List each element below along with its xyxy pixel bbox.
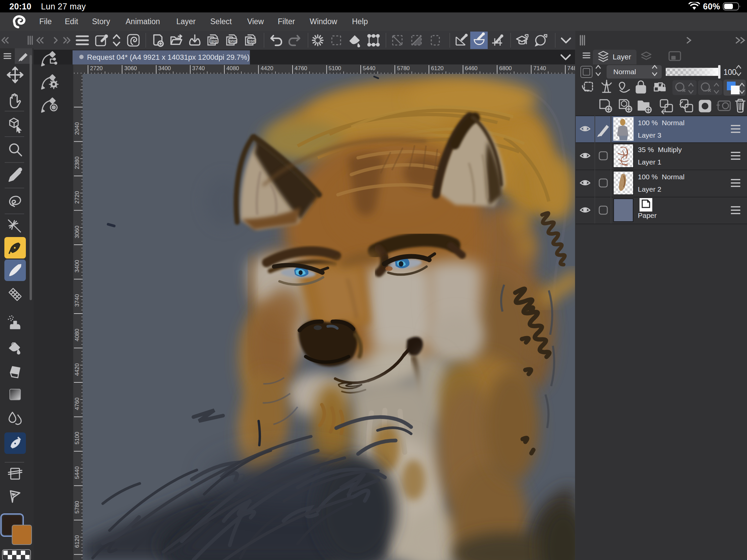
svg-text:4080: 4080 (226, 65, 239, 72)
svg-text:3400: 3400 (74, 260, 80, 273)
svg-text:2720: 2720 (90, 65, 103, 72)
svg-text:5780: 5780 (74, 501, 80, 514)
svg-text:4420: 4420 (261, 65, 274, 72)
svg-text:7480: 7480 (567, 65, 575, 72)
svg-text:4760: 4760 (294, 65, 307, 72)
svg-text:jpg: jpg (211, 38, 217, 43)
svg-text:3740: 3740 (74, 294, 80, 307)
svg-text:5440: 5440 (363, 65, 376, 72)
svg-text:3060: 3060 (74, 225, 80, 238)
svg-text:psd: psd (248, 38, 255, 43)
svg-text:5100: 5100 (74, 432, 80, 445)
svg-text:2720: 2720 (74, 191, 80, 204)
svg-text:5440: 5440 (74, 466, 80, 479)
svg-text:5780: 5780 (397, 65, 410, 72)
svg-text:3740: 3740 (192, 65, 205, 72)
svg-text:2040: 2040 (74, 122, 80, 135)
svg-text:3060: 3060 (124, 65, 137, 72)
svg-text:6460: 6460 (465, 65, 478, 72)
svg-text:6800: 6800 (499, 65, 512, 72)
svg-text:6120: 6120 (431, 65, 444, 72)
svg-text:3400: 3400 (158, 65, 171, 72)
svg-text:4760: 4760 (74, 398, 80, 410)
svg-text:7140: 7140 (533, 65, 546, 72)
svg-text:4420: 4420 (74, 363, 80, 376)
svg-text:4080: 4080 (74, 329, 80, 342)
svg-text:5100: 5100 (329, 65, 341, 72)
svg-text:2380: 2380 (74, 156, 80, 169)
svg-text:png: png (229, 38, 236, 43)
svg-text:6120: 6120 (74, 535, 80, 548)
